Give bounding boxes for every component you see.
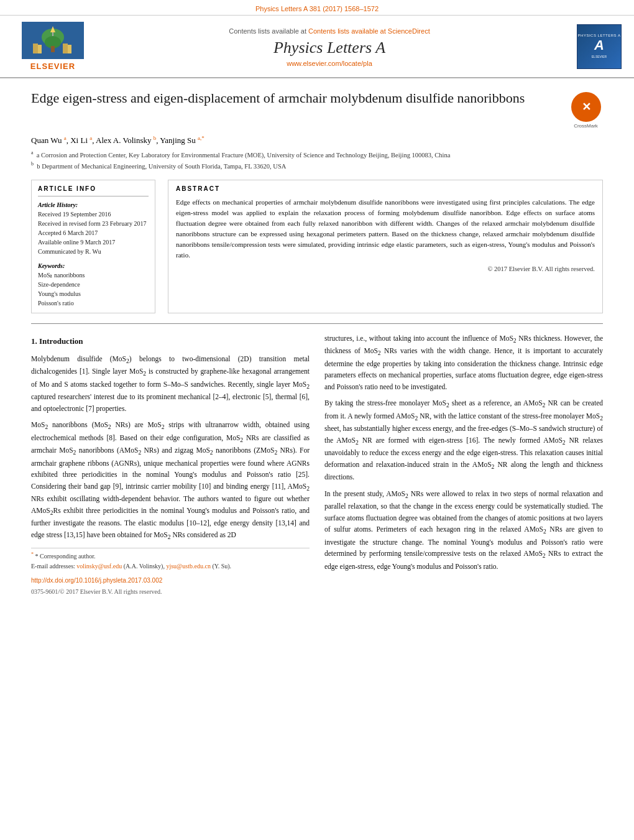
kw4: Poisson's ratio — [38, 298, 149, 308]
affiliation-a: a a Corrosion and Protection Center, Key… — [31, 149, 603, 160]
article-info-heading: ARTICLE INFO — [38, 185, 149, 192]
footnote-star: * * Corresponding author. — [31, 551, 310, 561]
body-left-col: 1. Introduction Molybdenum disulfide (Mo… — [31, 333, 310, 597]
intro-heading: 1. Introduction — [31, 335, 310, 348]
footnote-email: E-mail addresses: volinsky@usf.edu (A.A.… — [31, 561, 310, 571]
affiliations: a a Corrosion and Protection Center, Key… — [31, 149, 603, 171]
doi-line: http://dx.doi.org/10.1016/j.physleta.201… — [31, 575, 310, 586]
right-p2: By taking the stress-free monolayer MoS2… — [324, 397, 603, 483]
svg-rect-5 — [38, 45, 42, 53]
journal-right: PHYSICS LETTERS A A ELSEVIER — [566, 24, 622, 69]
intro-p2: MoS2 nanoribbons (MoS2 NRs) are MoS2 str… — [31, 419, 310, 542]
crossmark-label: CrossMark — [574, 123, 598, 129]
authors: Quan Wu a, Xi Li a, Alex A. Volinsky b, … — [31, 135, 603, 145]
journal-url[interactable]: www.elsevier.com/locate/pla — [93, 60, 566, 67]
doi-link[interactable]: http://dx.doi.org/10.1016/j.physleta.201… — [31, 577, 162, 584]
content-area: Edge eigen-stress and eigen-displacement… — [0, 78, 634, 608]
affiliation-b: b b Department of Mechanical Engineering… — [31, 160, 603, 171]
badge-line1: ELSEVIER — [592, 55, 607, 59]
issn-line: 0375-9601/© 2017 Elsevier B.V. All right… — [31, 587, 310, 597]
journal-citation: Physics Letters A 381 (2017) 1568–1572 — [255, 5, 379, 12]
footnote-divider — [31, 548, 310, 548]
communicated-by: Communicated by R. Wu — [38, 247, 149, 256]
body-right-col: structures, i.e., without taking into ac… — [324, 333, 603, 597]
received-revised: Received in revised form 23 February 201… — [38, 219, 149, 228]
top-bar: Physics Letters A 381 (2017) 1568–1572 — [0, 0, 634, 16]
received-date: Received 19 September 2016 — [38, 210, 149, 219]
intro-p1: Molybdenum disulfide (MoS2) belongs to t… — [31, 353, 310, 415]
elsevier-label: ELSEVIER — [30, 62, 75, 71]
crossmark-logo: ✕ — [571, 92, 601, 122]
copyright: © 2017 Elsevier B.V. All rights reserved… — [176, 265, 595, 272]
badge-letter: A — [594, 37, 604, 53]
history-label: Article History: — [38, 201, 149, 208]
right-p3: In the present study, AMoS2 NRs were all… — [324, 488, 603, 572]
article-title: Edge eigen-stress and eigen-displacement… — [31, 90, 563, 108]
abstract-box: ABSTRACT Edge effects on mechanical prop… — [168, 180, 603, 313]
journal-badge: PHYSICS LETTERS A A ELSEVIER — [577, 24, 622, 69]
keywords-label: Keywords: — [38, 262, 149, 269]
kw2: Size-dependence — [38, 280, 149, 289]
svg-rect-9 — [52, 32, 53, 36]
svg-rect-3 — [51, 46, 55, 52]
section-divider — [31, 323, 603, 324]
journal-header: ELSEVIER Contents lists available at Con… — [0, 16, 634, 78]
right-p1: structures, i.e., without taking into ac… — [324, 333, 603, 392]
journal-name: Physics Letters A — [93, 39, 566, 57]
svg-rect-7 — [68, 45, 71, 53]
elsevier-tree-image — [22, 22, 84, 59]
email1-link[interactable]: volinsky@usf.edu — [76, 563, 122, 570]
article-info-abstract: ARTICLE INFO Article History: Received 1… — [31, 180, 603, 313]
kw3: Young's modulus — [38, 289, 149, 298]
body-two-col: 1. Introduction Molybdenum disulfide (Mo… — [31, 333, 603, 597]
abstract-text: Edge effects on mechanical properties of… — [176, 197, 595, 261]
svg-text:✕: ✕ — [581, 101, 590, 113]
elsevier-logo: ELSEVIER — [12, 22, 93, 71]
available-online: Available online 9 March 2017 — [38, 238, 149, 247]
email2-link[interactable]: yjsu@ustb.edu.cn — [166, 563, 210, 570]
sd-contents-text: Contents lists available at Contents lis… — [93, 26, 566, 36]
article-title-section: Edge eigen-stress and eigen-displacement… — [31, 90, 603, 129]
crossmark: ✕ CrossMark — [569, 90, 603, 129]
article-info-box: ARTICLE INFO Article History: Received 1… — [31, 180, 155, 313]
accepted-date: Accepted 6 March 2017 — [38, 228, 149, 238]
abstract-heading: ABSTRACT — [176, 185, 595, 192]
journal-center: Contents lists available at Contents lis… — [93, 26, 566, 67]
svg-rect-4 — [33, 44, 38, 53]
svg-rect-6 — [63, 44, 68, 53]
kw1: MoS₂ nanoribbons — [38, 270, 149, 280]
sciencedirect-link[interactable]: Contents lists available at ScienceDirec… — [308, 27, 430, 35]
